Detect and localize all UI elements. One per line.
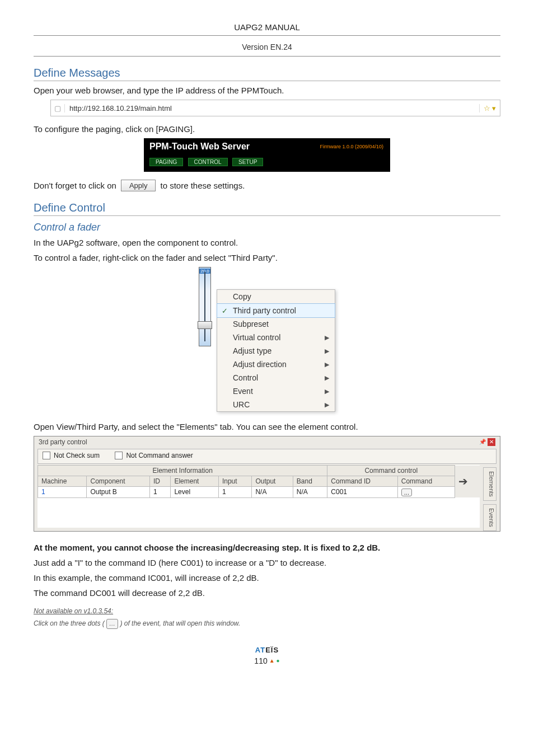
pin-icon[interactable]: 📌 [479,438,486,446]
group-element-info: Element Information [38,466,327,476]
text-dont-forget-pre: Don't forget to click on [34,181,116,190]
apply-button[interactable]: Apply [121,180,156,191]
address-bar: ▢ http://192.168.10.219/main.html ☆ ▾ [50,100,500,116]
chevron-right-icon: ▶ [325,334,329,341]
tab-events[interactable]: Events [483,504,496,531]
ctx-label: Third party control [233,306,296,315]
ppm-tab-paging[interactable]: PAGING [149,158,183,166]
col-element[interactable]: Element [171,476,218,487]
ctx-label: Subpreset [233,320,269,328]
text-add-i: Just add a "I" to the command ID (here C… [34,557,500,569]
text-control-right-click: To control a fader, right-click on the f… [34,252,500,264]
elements-table: Element Information Command control ➔ Ma… [38,465,480,498]
text-open-component: In the UAPg2 software, open the componen… [34,237,500,248]
third-party-panel: 3rd party control 📌 ✕ Not Check sum Not … [34,436,500,532]
heading-control-fader: Control a fader [34,222,500,233]
group-command-control: Command control [327,466,455,476]
col-output[interactable]: Output [252,476,293,487]
fader-control[interactable]: 20.0 [199,267,211,346]
text-not-available: Not available on v1.0.3.54: [34,607,500,616]
col-command[interactable]: Command [397,476,455,487]
triangle-icon: ▲ [269,658,275,664]
ctx-label: Copy [233,292,251,301]
text-open-browser: Open your web browser, and type the IP a… [34,84,500,96]
text-configure-paging: To configure the paging, click on [PAGIN… [34,123,500,135]
cell-id: 1 [149,487,170,498]
address-url[interactable]: http://192.168.10.219/main.html [65,104,479,112]
ctx-item-virtual-control[interactable]: Virtual control ▶ [217,331,335,344]
cell-command[interactable]: ... [397,487,455,498]
ctx-label: Adjust type [233,346,271,355]
cell-input: 1 [218,487,252,498]
heading-define-control: Define Control [34,201,500,216]
ctx-label: Adjust direction [233,360,287,369]
context-menu: Copy ✓ Third party control Subpreset Vir… [217,289,335,412]
ppm-web-server-bar: PPM-Touch Web Server Firmware 1.0.0 (200… [144,138,390,172]
close-icon[interactable]: ✕ [488,438,495,446]
table-row[interactable]: 1 Output B 1 Level 1 N/A N/A C001 ... [38,487,480,498]
chevron-right-icon: ▶ [325,374,329,382]
col-component[interactable]: Component [87,476,149,487]
text-open-elements: Open View/Third Party, and select the "E… [34,421,500,433]
doc-version: Version EN.24 [34,43,500,55]
cell-band: N/A [293,487,327,498]
dot-icon: ● [277,658,280,664]
chevron-right-icon: ▶ [325,361,329,368]
check-icon: ✓ [222,307,228,315]
ellipsis-icon: … [106,619,118,628]
checkbox-not-check-sum[interactable]: Not Check sum [43,452,100,459]
favorite-icon[interactable]: ☆ ▾ [479,104,500,112]
ctx-label: URC [233,400,250,409]
ctx-item-event[interactable]: Event ▶ [217,384,335,398]
col-band[interactable]: Band [293,476,327,487]
text-no-step: At the moment, you cannot choose the inc… [34,542,500,553]
chevron-right-icon: ▶ [325,388,329,395]
text-click-dots: Click on the three dots ( … ) of the eve… [34,619,500,629]
ppm-title: PPM-Touch Web Server [149,142,250,151]
page-number: 110 ▲ ● [254,656,279,665]
fader-knob[interactable] [198,321,212,329]
cell-component: Output B [87,487,149,498]
cell-output: N/A [252,487,293,498]
col-input[interactable]: Input [218,476,252,487]
text-dont-forget-post: to store these settings. [160,181,245,190]
cell-command-id: C001 [327,487,397,498]
checkbox-label: Not Check sum [54,452,100,459]
ppm-tab-setup[interactable]: SETUP [232,158,263,166]
divider [34,35,500,36]
text-example: In this example, the command IC001, will… [34,572,500,584]
ctx-item-third-party[interactable]: ✓ Third party control [217,303,335,318]
tab-elements[interactable]: Elements [483,467,496,501]
ctx-item-control[interactable]: Control ▶ [217,371,335,384]
doc-title: UAPG2 MANUAL [34,22,500,34]
checkbox-not-command-answer[interactable]: Not Command answer [115,452,193,459]
page-icon: ▢ [51,104,65,112]
brand-logo: ATEÏS [34,646,500,654]
ctx-label: Event [233,387,253,396]
ctx-label: Control [233,373,258,382]
cell-machine: 1 [38,487,87,498]
ctx-item-subpreset[interactable]: Subpreset [217,317,335,331]
cell-element: Level [171,487,218,498]
col-id[interactable]: ID [149,476,170,487]
col-machine[interactable]: Machine [38,476,87,487]
divider [34,56,500,57]
ctx-item-urc[interactable]: URC ▶ [217,398,335,411]
ctx-item-copy[interactable]: Copy [217,290,335,303]
ctx-item-adjust-type[interactable]: Adjust type ▶ [217,344,335,358]
ctx-item-adjust-direction[interactable]: Adjust direction ▶ [217,358,335,371]
checkbox-label: Not Command answer [126,452,193,459]
text-dc001: The command DC001 will decrease of 2,2 d… [34,587,500,599]
col-command-id[interactable]: Command ID [327,476,397,487]
ppm-firmware: Firmware 1.0.0 (2009/04/10) [320,144,383,149]
panel-title: 3rd party control [39,438,87,446]
ctx-label: Virtual control [233,333,280,342]
chevron-right-icon: ▶ [325,401,329,408]
arrow-right-icon: ➔ [455,466,480,498]
ppm-tab-control[interactable]: CONTROL [188,158,228,166]
heading-define-messages: Define Messages [34,67,500,81]
chevron-right-icon: ▶ [325,348,329,355]
